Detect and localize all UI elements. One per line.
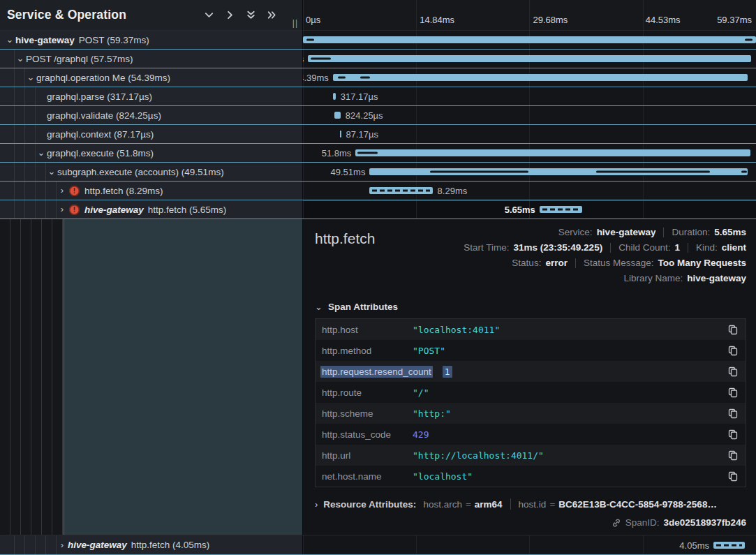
span-row[interactable]: graphql.parse (317.17µs) 317.17µs: [0, 87, 756, 106]
timeline-axis: 0µs 14.84ms 29.68ms 44.53ms 59.37ms: [303, 0, 756, 31]
span-bar[interactable]: [713, 542, 745, 549]
expander-icon[interactable]: ›: [57, 200, 68, 219]
span-attributes-table: http.host "localhost:4011" http.method "…: [315, 318, 746, 487]
span-detail-panel: http.fetch Service: hive-gateway Duratio…: [303, 219, 756, 535]
expander-icon[interactable]: ⌄: [25, 68, 36, 87]
expander-icon[interactable]: ⌄: [4, 31, 15, 49]
bar-duration-label: 87.17µs: [341, 129, 379, 140]
start-time-value: 31ms (23:35:49.225): [514, 240, 603, 256]
collapse-one-icon[interactable]: [204, 10, 214, 20]
span-row[interactable]: ⌄ hive-gateway POST (59.37ms): [0, 31, 756, 50]
expander-icon[interactable]: ⌄: [46, 163, 57, 181]
attribute-row: http.route "/": [316, 382, 746, 403]
operation-name: graphql.parse (317.17µs): [47, 91, 152, 102]
span-bar[interactable]: [333, 74, 748, 81]
span-row[interactable]: ⌄ POST /graphql (57.57ms) 57.57ms: [0, 50, 756, 68]
copy-button[interactable]: [727, 323, 739, 336]
timeline-cell: 87.17µs: [303, 125, 756, 143]
copy-button[interactable]: [727, 386, 739, 399]
link-icon[interactable]: [612, 518, 621, 528]
span-bar[interactable]: [355, 149, 750, 156]
copy-icon: [728, 346, 738, 356]
expander-icon[interactable]: ⌄: [15, 50, 26, 68]
copy-icon: [728, 471, 738, 482]
expand-one-icon[interactable]: [225, 10, 235, 20]
span-bar[interactable]: [540, 206, 583, 213]
span-row[interactable]: › ! http.fetch (8.29ms) 8.29ms: [0, 182, 756, 200]
expander-icon[interactable]: ›: [57, 182, 68, 200]
resource-key: host.id: [519, 499, 547, 510]
expand-all-icon[interactable]: [267, 10, 277, 20]
service-name: hive-gateway: [68, 540, 127, 550]
timeline-cell: 49.51ms: [303, 163, 756, 181]
resource-value: BC62E13B-C4CC-5854-9788-2568…: [558, 499, 717, 510]
bar-duration-label: 57.57ms: [303, 54, 304, 64]
copy-icon: [728, 367, 738, 377]
bar-duration-label: 317.17µs: [336, 91, 378, 102]
axis-tick: 0µs: [306, 15, 320, 25]
resource-attributes-row[interactable]: › Resource Attributes: host.arch = arm64…: [315, 498, 746, 510]
axis-tick: 44.53ms: [646, 15, 681, 25]
timeline-cell: [303, 31, 756, 49]
span-row[interactable]: ⌄ graphql.operation Me (54.39ms) 54.39ms: [0, 68, 756, 87]
span-attributes-header[interactable]: ⌄ Span Attributes: [315, 302, 746, 312]
detail-left-indent: [0, 219, 303, 535]
bar-duration-label: 824.25µs: [341, 110, 383, 121]
collapse-all-icon[interactable]: [246, 10, 256, 20]
span-row[interactable]: ⌄ graphql.execute (51.8ms) 51.8ms: [0, 144, 756, 163]
attribute-row: http.url "http://localhost:4011/": [316, 445, 746, 466]
copy-button[interactable]: [727, 449, 739, 462]
span-id-value: 3de02518937fb246: [663, 517, 746, 528]
copy-button[interactable]: [727, 344, 739, 357]
resource-value: arm64: [475, 499, 503, 510]
span-bar[interactable]: [303, 36, 756, 43]
status-message-label: Status Message:: [584, 256, 654, 271]
copy-button[interactable]: [727, 365, 739, 378]
span-row[interactable]: graphql.validate (824.25µs) 824.25µs: [0, 106, 756, 125]
operation-name: http.fetch (4.05ms): [131, 540, 210, 550]
span-bar[interactable]: [308, 55, 751, 62]
span-title: http.fetch: [315, 225, 375, 286]
span-id-label: SpanID:: [625, 517, 660, 528]
duration-label: Duration:: [672, 225, 710, 240]
copy-icon: [728, 450, 738, 461]
timeline-cell: 824.25µs: [303, 106, 756, 124]
span-overview: Service: hive-gateway Duration: 5.65ms S…: [464, 225, 746, 286]
bar-duration-label: 49.51ms: [331, 167, 366, 177]
header: Service & Operation || 0µs 14.84ms 29.68…: [0, 0, 756, 31]
span-row[interactable]: ⌄ subgraph.execute (accounts) (49.51ms) …: [0, 163, 756, 182]
status-value: error: [545, 256, 568, 271]
copy-button[interactable]: [727, 407, 739, 420]
error-icon: !: [69, 186, 80, 196]
status-message-value: Too Many Requests: [658, 256, 746, 271]
span-bar[interactable]: [369, 187, 432, 194]
expander-icon[interactable]: ⌄: [36, 144, 47, 162]
span-row[interactable]: › hive-gateway http.fetch (4.05ms) 4.05m…: [0, 535, 756, 555]
span-bar[interactable]: [369, 168, 747, 175]
span-bar[interactable]: [334, 112, 341, 119]
attribute-row: http.host "localhost:4011": [316, 319, 746, 340]
error-icon: !: [69, 205, 80, 215]
copy-button[interactable]: [727, 470, 739, 483]
copy-icon: [728, 408, 738, 419]
expander-icon[interactable]: ›: [57, 536, 68, 554]
span-row-selected[interactable]: › ! hive-gateway http.fetch (5.65ms) 5.6…: [0, 200, 756, 219]
operation-name: POST (59.37ms): [79, 35, 149, 45]
copy-button[interactable]: [727, 428, 739, 441]
service-value: hive-gateway: [597, 225, 656, 240]
bar-duration-label: 4.05ms: [679, 540, 709, 550]
span-id-row: SpanID: 3de02518937fb246: [315, 517, 746, 528]
axis-tick: 59.37ms: [717, 15, 752, 25]
duration-value: 5.65ms: [714, 225, 746, 240]
kind-value: client: [722, 240, 746, 256]
attribute-row: http.method "POST": [316, 340, 746, 361]
copy-icon: [728, 325, 738, 335]
bar-duration-label: 51.8ms: [322, 148, 352, 158]
indent-guides: [0, 219, 64, 535]
span-row[interactable]: graphql.context (87.17µs) 87.17µs: [0, 125, 756, 144]
operation-name: POST /graphql (57.57ms): [26, 54, 133, 64]
operation-name: graphql.operation Me (54.39ms): [36, 73, 170, 83]
column-resize-handle[interactable]: ||: [292, 18, 298, 28]
operation-name: http.fetch (8.29ms): [84, 186, 163, 196]
service-name: hive-gateway: [84, 205, 144, 215]
